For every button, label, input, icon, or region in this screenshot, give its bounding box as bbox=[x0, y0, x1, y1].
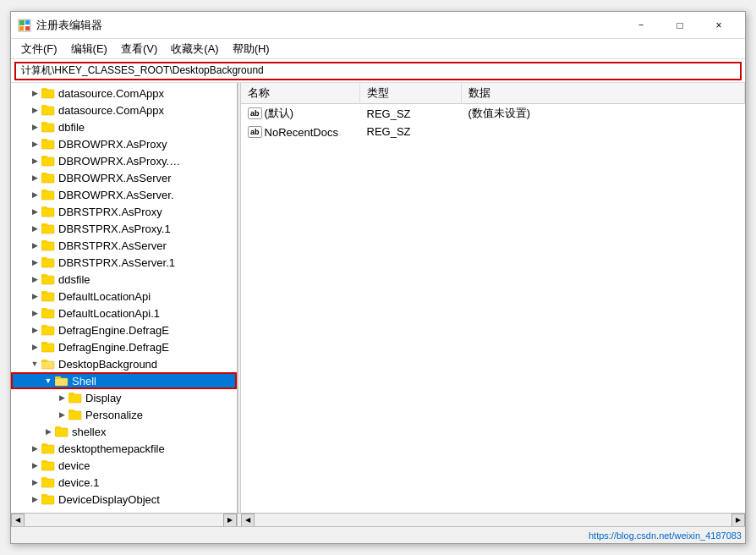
cell-data: (数值未设置) bbox=[461, 104, 745, 124]
tree-item-desktoptheme[interactable]: ▶ desktopthemepackfile bbox=[11, 440, 237, 457]
folder-icon bbox=[41, 239, 55, 251]
tree-item-defragengine2[interactable]: ▶ DefragEngine.DefragE bbox=[11, 338, 237, 355]
folder-icon-open bbox=[41, 358, 55, 370]
tree-item-label: desktopthemepackfile bbox=[58, 442, 165, 455]
scroll-right-btn[interactable]: ▶ bbox=[223, 514, 237, 527]
tree-item-label: device bbox=[58, 459, 90, 472]
svg-rect-59 bbox=[68, 394, 81, 403]
tree-item-dbrowprx2[interactable]: ▶ DBROWPRX.AsProxy.… bbox=[11, 152, 237, 169]
tree-item-defragengine1[interactable]: ▶ DefragEngine.DefragE bbox=[11, 321, 237, 338]
svg-rect-42 bbox=[41, 291, 47, 294]
address-bar bbox=[11, 59, 745, 83]
svg-rect-68 bbox=[41, 445, 54, 453]
address-input[interactable] bbox=[14, 62, 742, 80]
expander-icon: ▶ bbox=[28, 103, 41, 117]
cell-type: REG_SZ bbox=[359, 123, 461, 140]
tree-item-defaultlocapi[interactable]: ▶ DefaultLocationApi bbox=[11, 288, 237, 305]
reg-value-icon: ab NoRecentDocs bbox=[248, 126, 338, 139]
menu-file[interactable]: 文件(F) bbox=[14, 40, 64, 58]
minimize-button[interactable]: － bbox=[622, 12, 660, 39]
tree-item-label: DBRSTPRX.AsServer.1 bbox=[58, 256, 175, 269]
svg-rect-74 bbox=[41, 479, 54, 487]
tree-item-label: DefaultLocationApi bbox=[58, 290, 151, 303]
tree-item-dbrstprx2[interactable]: ▶ DBRSTPRX.AsProxy.1 bbox=[11, 220, 237, 237]
menu-favorites[interactable]: 收藏夹(A) bbox=[164, 40, 225, 58]
col-header-type[interactable]: 类型 bbox=[359, 83, 461, 104]
tree-item-ddsfile[interactable]: ▶ ddsfile bbox=[11, 271, 237, 288]
tree-item-devicedisplay[interactable]: ▶ DeviceDisplayObject bbox=[11, 491, 237, 508]
window-title: 注册表编辑器 bbox=[36, 18, 622, 33]
tree-item-personalize[interactable]: ▶ Personalize bbox=[11, 406, 237, 423]
expander-icon: ▶ bbox=[28, 442, 41, 455]
expander-icon: ▶ bbox=[28, 272, 41, 286]
tree-item-dbrowprx3[interactable]: ▶ DBROWPRX.AsServer bbox=[11, 169, 237, 186]
scroll-left-btn[interactable]: ◀ bbox=[11, 514, 25, 527]
svg-rect-41 bbox=[41, 293, 54, 301]
tree-item-shellex[interactable]: ▶ shellex bbox=[11, 423, 237, 440]
registry-tree[interactable]: ▶ datasource.ComAppx ▶ datasource.ComApp… bbox=[11, 83, 238, 513]
svg-rect-36 bbox=[41, 257, 47, 260]
tree-item-label: datasource.ComAppx bbox=[58, 104, 164, 117]
scroll-right-btn2[interactable]: ▶ bbox=[731, 514, 745, 527]
menu-view[interactable]: 查看(V) bbox=[114, 40, 164, 58]
svg-rect-26 bbox=[41, 208, 54, 217]
tree-item-display[interactable]: ▶ Display bbox=[11, 389, 237, 406]
tree-item-dbfile[interactable]: ▶ dbfile bbox=[11, 118, 237, 135]
expander-icon: ▼ bbox=[28, 357, 41, 371]
tree-hscroll: ◀ ▶ bbox=[11, 514, 238, 526]
svg-rect-56 bbox=[55, 378, 68, 386]
tree-item-label: dbfile bbox=[58, 121, 85, 134]
tree-item-dbrowprx4[interactable]: ▶ DBROWPRX.AsServer. bbox=[11, 186, 237, 203]
tree-item-label: ddsfile bbox=[58, 273, 90, 286]
close-button[interactable]: × bbox=[699, 12, 738, 39]
tree-item-shell[interactable]: ▼ Shell bbox=[11, 372, 237, 389]
scroll-left-btn2[interactable]: ◀ bbox=[241, 514, 255, 527]
svg-rect-69 bbox=[41, 443, 47, 446]
folder-icon bbox=[41, 341, 55, 353]
menu-edit[interactable]: 编辑(E) bbox=[64, 40, 114, 58]
svg-rect-77 bbox=[41, 496, 54, 504]
tree-item-defaultlocapi1[interactable]: ▶ DefaultLocationApi.1 bbox=[11, 305, 237, 321]
svg-rect-72 bbox=[41, 460, 47, 463]
tree-item-datasource1[interactable]: ▶ datasource.ComAppx bbox=[11, 85, 237, 102]
col-header-name[interactable]: 名称 bbox=[241, 83, 359, 104]
tree-item-dbrowprx1[interactable]: ▶ DBROWPRX.AsProxy bbox=[11, 135, 237, 152]
tree-item-dbrstprx1[interactable]: ▶ DBRSTPRX.AsProxy bbox=[11, 203, 237, 220]
maximize-button[interactable]: □ bbox=[660, 12, 699, 39]
folder-icon bbox=[41, 223, 55, 234]
expander-icon: ▶ bbox=[28, 459, 41, 472]
tree-item-label: datasource.ComAppx bbox=[58, 87, 164, 100]
tree-item-label: DBROWPRX.AsProxy bbox=[58, 138, 167, 151]
expander-icon: ▼ bbox=[41, 374, 55, 387]
menu-help[interactable]: 帮助(H) bbox=[226, 40, 277, 58]
tree-item-device1[interactable]: ▶ device.1 bbox=[11, 474, 237, 491]
tree-item-desktopbg[interactable]: ▼ DesktopBackground bbox=[11, 355, 237, 372]
tree-item-dbrstprx3[interactable]: ▶ DBRSTPRX.AsServer bbox=[11, 237, 237, 254]
cell-name: ab NoRecentDocs bbox=[241, 123, 359, 140]
svg-rect-63 bbox=[68, 409, 74, 412]
ab-badge: ab bbox=[248, 126, 262, 138]
svg-rect-14 bbox=[41, 140, 54, 149]
svg-rect-20 bbox=[41, 174, 54, 183]
col-header-data[interactable]: 数据 bbox=[461, 83, 745, 104]
svg-rect-18 bbox=[41, 156, 47, 158]
svg-rect-15 bbox=[41, 139, 47, 141]
blog-link[interactable]: https://blog.csdn.net/weixin_4187083 bbox=[589, 530, 742, 541]
folder-icon bbox=[41, 256, 55, 268]
svg-rect-27 bbox=[41, 206, 47, 209]
folder-icon bbox=[41, 138, 55, 150]
tree-item-datasource2[interactable]: ▶ datasource.ComAppx bbox=[11, 102, 237, 118]
expander-icon: ▶ bbox=[28, 86, 41, 100]
svg-rect-12 bbox=[41, 122, 47, 124]
tree-item-dbrstprx4[interactable]: ▶ DBRSTPRX.AsServer.1 bbox=[11, 254, 237, 271]
main-content: ▶ datasource.ComAppx ▶ datasource.ComApp… bbox=[11, 83, 745, 513]
svg-rect-62 bbox=[68, 411, 81, 420]
expander-icon: ▶ bbox=[28, 120, 41, 134]
table-row[interactable]: ab (默认) REG_SZ (数值未设置) bbox=[241, 104, 745, 124]
folder-icon bbox=[41, 324, 55, 336]
folder-icon bbox=[41, 307, 55, 319]
folder-icon bbox=[41, 459, 55, 471]
table-row[interactable]: ab NoRecentDocs REG_SZ bbox=[241, 123, 745, 140]
tree-item-device[interactable]: ▶ device bbox=[11, 457, 237, 474]
tree-item-label: DefragEngine.DefragE bbox=[58, 324, 169, 337]
